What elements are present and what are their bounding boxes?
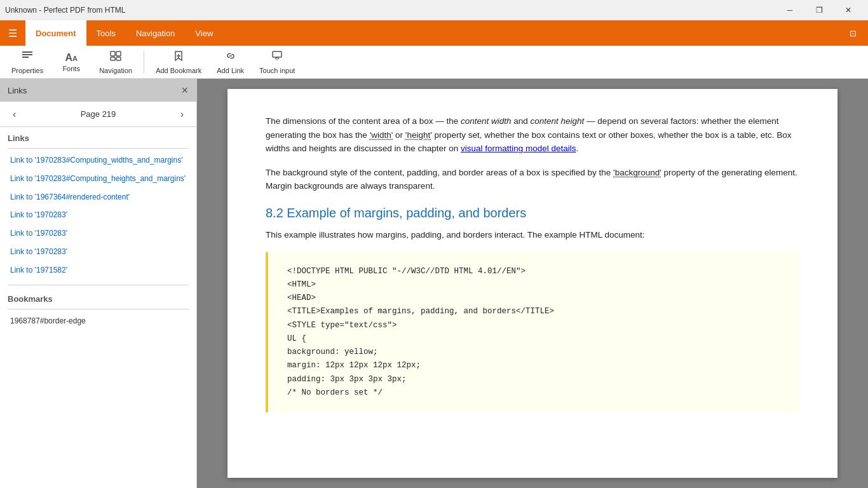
code-line: padding: 3px 3px 3px 3px; (287, 373, 780, 386)
properties-icon (21, 50, 34, 65)
title-bar: Unknown - Perfect PDF from HTML ─ ❐ ✕ (0, 0, 868, 20)
fonts-label: Fonts (62, 65, 80, 72)
link-item[interactable]: Link to '1970283' (0, 243, 196, 261)
code-line: <HEAD> (287, 292, 780, 305)
touch-input-label: Touch input (259, 67, 295, 74)
title-bar-controls: ─ ❐ ✕ (775, 0, 863, 20)
link-visual-formatting[interactable]: visual formatting model details (461, 144, 576, 153)
section-heading: 8.2 Example of margins, padding, and bor… (266, 206, 799, 220)
panel-close-button[interactable]: ✕ (181, 85, 189, 95)
tab-view[interactable]: View (185, 20, 223, 46)
svg-rect-2 (22, 57, 29, 58)
paragraph-2: The background style of the content, pad… (266, 166, 799, 193)
ribbon: ☰ Document Tools Navigation View ⊡ (0, 20, 868, 46)
ribbon-right: ⊡ (843, 20, 868, 46)
code-line: margin: 12px 12px 12px 12px; (287, 359, 780, 372)
content-area[interactable]: The dimensions of the content area of a … (197, 79, 868, 488)
bookmarks-divider2 (8, 309, 189, 309)
tab-navigation[interactable]: Navigation (126, 20, 185, 46)
panel-header: Links ✕ (0, 79, 196, 102)
left-panel: Links ✕ ‹ Page 219 › Links Link to '1970… (0, 79, 197, 488)
bookmarks-divider (8, 285, 189, 285)
add-bookmark-icon (172, 50, 185, 65)
add-bookmark-button[interactable]: Add Bookmark (149, 48, 208, 76)
link-item[interactable]: Link to '1970283#Computing_heights_and_m… (0, 170, 196, 188)
svg-rect-10 (273, 51, 281, 57)
fonts-button[interactable]: AA Fonts (52, 48, 90, 76)
bookmark-item[interactable]: 1968787#border-edge (0, 312, 196, 330)
toolbar: Properties AA Fonts Navigation Add Bookm… (0, 46, 868, 79)
add-link-button[interactable]: Add Link (210, 48, 250, 76)
code-line: /* No borders set */ (287, 386, 780, 400)
tab-document[interactable]: Document (25, 20, 86, 46)
paragraph-1: The dimensions of the content area of a … (266, 114, 799, 156)
svg-rect-0 (22, 51, 32, 53)
tab-tools[interactable]: Tools (86, 20, 126, 46)
link-item[interactable]: Link to '1970283' (0, 206, 196, 224)
panel-title: Links (8, 86, 27, 95)
restore-window-button[interactable]: ⊡ (843, 23, 863, 43)
tab-document-label: Document (36, 29, 76, 38)
restore-button[interactable]: ❐ (804, 0, 834, 20)
underline-height: 'height' (405, 130, 432, 140)
links-divider (8, 148, 189, 149)
link-item[interactable]: Link to '1971582' (0, 261, 196, 280)
code-line: <STYLE type="text/css"> (287, 319, 780, 332)
hamburger-menu[interactable]: ☰ (0, 20, 25, 46)
links-section-title: Links (0, 127, 196, 146)
link-item[interactable]: Link to '1970283' (0, 224, 196, 243)
fonts-icon: AA (65, 52, 78, 64)
bookmarks-section-title: Bookmarks (0, 288, 196, 306)
links-list: Link to '1970283#Computing_widths_and_ma… (0, 151, 196, 280)
code-line: <HTML> (287, 278, 780, 292)
bookmarks-list: 1968787#border-edge (0, 312, 196, 330)
add-link-label: Add Link (217, 67, 244, 74)
touch-input-icon (271, 50, 283, 65)
navigation-label: Navigation (99, 67, 132, 74)
page-label: Page 219 (81, 109, 116, 119)
code-block: <!DOCTYPE HTML PUBLIC "-//W3C//DTD HTML … (266, 252, 799, 413)
code-line: <TITLE>Examples of margins, padding, and… (287, 305, 780, 318)
prev-page-button[interactable]: ‹ (8, 106, 21, 123)
panel-nav: ‹ Page 219 › (0, 102, 196, 127)
italic-content-width: content width (461, 116, 512, 126)
properties-button[interactable]: Properties (5, 48, 50, 76)
toolbar-separator-1 (144, 51, 144, 74)
minimize-button[interactable]: ─ (775, 0, 804, 20)
main-layout: Links ✕ ‹ Page 219 › Links Link to '1970… (0, 79, 868, 488)
paragraph-3: This example illustrates how margins, pa… (266, 228, 799, 242)
title-bar-left: Unknown - Perfect PDF from HTML (5, 6, 125, 15)
properties-label: Properties (11, 67, 43, 74)
add-bookmark-label: Add Bookmark (156, 67, 201, 74)
underline-width: 'width' (370, 130, 393, 140)
svg-rect-5 (111, 57, 115, 60)
navigation-icon (109, 50, 122, 65)
touch-input-button[interactable]: Touch input (253, 48, 301, 76)
svg-rect-6 (116, 57, 121, 60)
svg-rect-3 (111, 51, 115, 56)
code-line: UL { (287, 332, 780, 346)
next-page-button[interactable]: › (175, 106, 189, 123)
svg-rect-1 (22, 54, 32, 55)
hamburger-icon: ☰ (8, 27, 17, 39)
close-button[interactable]: ✕ (834, 0, 863, 20)
restore-window-icon: ⊡ (850, 29, 857, 38)
underline-background: 'background' (613, 168, 661, 177)
link-item[interactable]: Link to '1970283#Computing_widths_and_ma… (0, 151, 196, 170)
pdf-page: The dimensions of the content area of a … (227, 89, 837, 478)
code-line: <!DOCTYPE HTML PUBLIC "-//W3C//DTD HTML … (287, 265, 780, 278)
italic-content-height: content height (531, 116, 585, 126)
tab-view-label: View (195, 29, 213, 38)
code-line: background: yellow; (287, 346, 780, 359)
tab-navigation-label: Navigation (136, 29, 175, 38)
svg-rect-4 (116, 51, 121, 56)
navigation-button[interactable]: Navigation (93, 48, 139, 76)
tab-tools-label: Tools (97, 29, 116, 38)
link-item[interactable]: Link to '1967364#rendered-content' (0, 188, 196, 207)
app-title: Unknown - Perfect PDF from HTML (5, 6, 125, 15)
add-link-icon (224, 50, 237, 65)
